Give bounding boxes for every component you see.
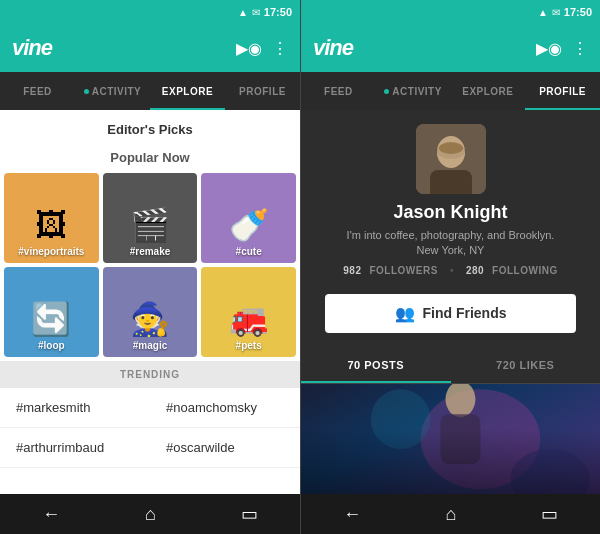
svg-rect-2 xyxy=(430,170,472,194)
trending-header: TRENDING xyxy=(0,361,300,388)
wifi-icon-right: ✉ xyxy=(552,7,560,18)
feed-image xyxy=(301,384,600,494)
pets-icon: 🚒 xyxy=(229,300,269,338)
trending-item-0[interactable]: #markesmith xyxy=(0,388,150,428)
following-count: 280 xyxy=(466,265,484,276)
profile-stats: 982 FOLLOWERS • 280 FOLLOWING xyxy=(343,265,557,276)
editors-picks-title: Editor's Picks xyxy=(107,122,192,137)
followers-label: FOLLOWERS xyxy=(369,265,437,276)
grid-item-remake[interactable]: 🎬 #remake xyxy=(103,173,198,263)
back-icon-left[interactable]: ← xyxy=(42,504,60,525)
avatar xyxy=(416,124,486,194)
avatar-svg xyxy=(416,124,486,194)
profile-name: Jason Knight xyxy=(393,202,507,223)
vine-logo-right: vine xyxy=(313,35,353,61)
tab-profile-right[interactable]: PROFILE xyxy=(525,72,600,110)
nav-tabs-left: FEED ACTIVITY EXPLORE PROFILE xyxy=(0,72,300,110)
profile-section: Jason Knight I'm into coffee, photograph… xyxy=(301,110,600,286)
magic-label: #magic xyxy=(133,340,167,351)
magic-icon: 🧙 xyxy=(130,300,170,338)
find-friends-button[interactable]: 👥 Find Friends xyxy=(325,294,576,333)
remake-icon: 🎬 xyxy=(130,206,170,244)
vineportraits-label: #vineportraits xyxy=(18,246,84,257)
home-icon-right[interactable]: ⌂ xyxy=(446,504,457,525)
tab-profile-left[interactable]: PROFILE xyxy=(225,72,300,110)
cute-label: #cute xyxy=(236,246,262,257)
avatar-image xyxy=(416,124,486,194)
menu-icon-left[interactable]: ⋮ xyxy=(272,39,288,58)
popular-now-header: Popular Now xyxy=(0,144,300,173)
trending-section: TRENDING #markesmith #noamchomsky #arthu… xyxy=(0,361,300,468)
feed-overlay xyxy=(301,384,600,494)
home-icon-left[interactable]: ⌂ xyxy=(145,504,156,525)
loop-icon: 🔄 xyxy=(31,300,71,338)
status-icons-right: ▲ ✉ xyxy=(538,7,560,18)
bottom-bar-right: ← ⌂ ▭ xyxy=(301,494,600,534)
profile-screen: ▲ ✉ 17:50 vine ▶◉ ⋮ FEED ACTIVITY EXPLOR… xyxy=(300,0,600,534)
explore-content: Editor's Picks Popular Now 🖼 #vineportra… xyxy=(0,110,300,494)
camera-icon-left[interactable]: ▶◉ xyxy=(236,39,262,58)
status-bar-right: ▲ ✉ 17:50 xyxy=(301,0,600,24)
tab-explore-right[interactable]: EXPLORE xyxy=(451,72,526,110)
followers-count: 982 xyxy=(343,265,361,276)
trending-item-2[interactable]: #arthurrimbaud xyxy=(0,428,150,468)
grid-row-2: 🔄 #loop 🧙 #magic 🚒 #pets xyxy=(0,267,300,361)
tab-feed-left[interactable]: FEED xyxy=(0,72,75,110)
signal-icon: ▲ xyxy=(238,7,248,18)
bottom-bar-left: ← ⌂ ▭ xyxy=(0,494,300,534)
signal-icon-right: ▲ xyxy=(538,7,548,18)
status-bar-left: ▲ ✉ 17:50 xyxy=(0,0,300,24)
trending-item-1[interactable]: #noamchomsky xyxy=(150,388,300,428)
posts-tab[interactable]: 70 POSTS xyxy=(301,349,451,383)
explore-screen: ▲ ✉ 17:50 vine ▶◉ ⋮ FEED ACTIVITY EXPLOR… xyxy=(0,0,300,534)
loop-label: #loop xyxy=(38,340,65,351)
tab-activity-right[interactable]: ACTIVITY xyxy=(376,72,451,110)
remake-label: #remake xyxy=(130,246,171,257)
tab-activity-left[interactable]: ACTIVITY xyxy=(75,72,150,110)
nav-tabs-right: FEED ACTIVITY EXPLORE PROFILE xyxy=(301,72,600,110)
time-right: 17:50 xyxy=(564,6,592,18)
top-bar-icons-left: ▶◉ ⋮ xyxy=(236,39,288,58)
likes-tab[interactable]: 720 LIKES xyxy=(451,349,601,383)
profile-bio: I'm into coffee, photography, and Brookl… xyxy=(347,228,555,259)
grid-item-cute[interactable]: 🍼 #cute xyxy=(201,173,296,263)
tab-feed-right[interactable]: FEED xyxy=(301,72,376,110)
time-left: 17:50 xyxy=(264,6,292,18)
editors-picks-header: Editor's Picks xyxy=(0,110,300,144)
recents-icon-left[interactable]: ▭ xyxy=(241,503,258,525)
grid-item-vineportraits[interactable]: 🖼 #vineportraits xyxy=(4,173,99,263)
tab-explore-left[interactable]: EXPLORE xyxy=(150,72,225,110)
trending-item-3[interactable]: #oscarwilde xyxy=(150,428,300,468)
activity-dot-right xyxy=(384,89,389,94)
grid-item-magic[interactable]: 🧙 #magic xyxy=(103,267,198,357)
add-friends-icon: 👥 xyxy=(395,304,415,323)
find-friends-label: Find Friends xyxy=(423,305,507,321)
menu-icon-right[interactable]: ⋮ xyxy=(572,39,588,58)
grid-item-pets[interactable]: 🚒 #pets xyxy=(201,267,296,357)
stats-separator: • xyxy=(450,265,454,276)
vineportraits-icon: 🖼 xyxy=(35,207,67,244)
top-bar-icons-right: ▶◉ ⋮ xyxy=(536,39,588,58)
trending-grid: #markesmith #noamchomsky #arthurrimbaud … xyxy=(0,388,300,468)
top-bar-left: vine ▶◉ ⋮ xyxy=(0,24,300,72)
profile-feed[interactable] xyxy=(301,384,600,494)
pets-label: #pets xyxy=(236,340,262,351)
vine-logo-left: vine xyxy=(12,35,52,61)
recents-icon-right[interactable]: ▭ xyxy=(541,503,558,525)
grid-row-1: 🖼 #vineportraits 🎬 #remake 🍼 #cute xyxy=(0,173,300,267)
top-bar-right: vine ▶◉ ⋮ xyxy=(301,24,600,72)
status-icons-left: ▲ ✉ xyxy=(238,7,260,18)
svg-point-5 xyxy=(439,142,463,154)
activity-dot-left xyxy=(84,89,89,94)
profile-tabs: 70 POSTS 720 LIKES xyxy=(301,349,600,384)
following-label: FOLLOWING xyxy=(492,265,558,276)
back-icon-right[interactable]: ← xyxy=(343,504,361,525)
grid-item-loop[interactable]: 🔄 #loop xyxy=(4,267,99,357)
wifi-icon: ✉ xyxy=(252,7,260,18)
cute-icon: 🍼 xyxy=(229,206,269,244)
camera-icon-right[interactable]: ▶◉ xyxy=(536,39,562,58)
